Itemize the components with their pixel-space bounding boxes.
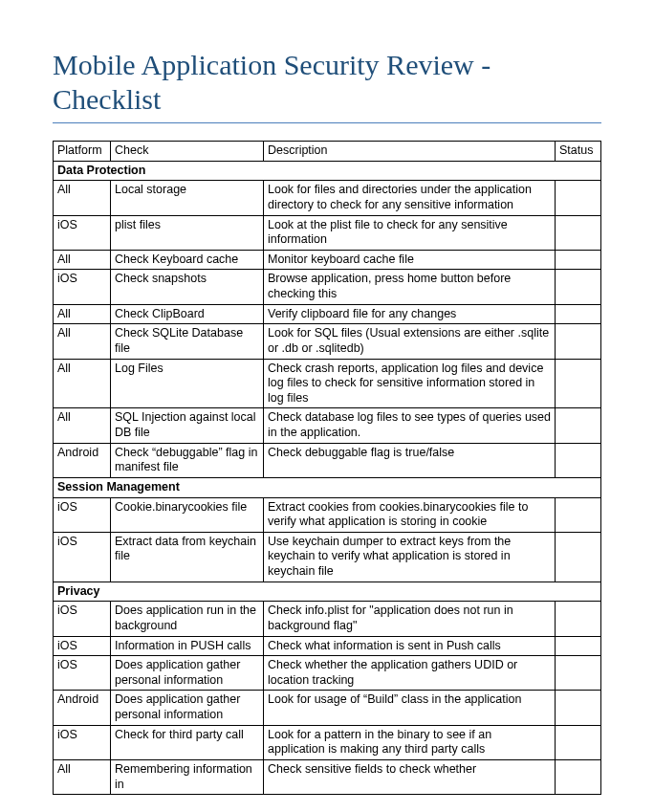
col-check: Check [111, 142, 264, 162]
table-row: AllSQL Injection against local DB fileCh… [54, 408, 601, 443]
cell-status [556, 497, 601, 532]
cell-check: Does application gather personal informa… [111, 656, 264, 691]
cell-description: Check what information is sent in Push c… [264, 636, 556, 656]
col-status: Status [556, 142, 601, 162]
cell-platform: iOS [54, 497, 111, 532]
cell-platform: iOS [54, 656, 111, 691]
cell-platform: Android [54, 443, 111, 477]
cell-platform: All [54, 181, 111, 215]
cell-description: Check database log files to see types of… [264, 408, 556, 443]
cell-status [556, 408, 601, 443]
cell-check: Does application gather personal informa… [111, 691, 264, 725]
page-title: Mobile Application Security Review - Che… [53, 48, 601, 123]
section-name: Data Protection [54, 161, 601, 181]
cell-platform: Android [54, 691, 111, 725]
cell-status [556, 636, 601, 656]
cell-platform: All [54, 408, 111, 443]
table-row: iOSInformation in PUSH callsCheck what i… [54, 636, 601, 656]
section-name: Session Management [54, 477, 601, 497]
cell-description: Look for files and directories under the… [264, 181, 556, 215]
cell-platform: All [54, 759, 111, 794]
cell-status [556, 250, 601, 270]
table-row: AllCheck SQLite Database fileLook for SQ… [54, 324, 601, 359]
section-row: Data Protection [54, 161, 601, 181]
cell-check: Check for third party call [111, 725, 264, 759]
table-row: AllRemembering information inCheck sensi… [54, 759, 601, 794]
cell-status [556, 443, 601, 477]
table-row: iOSCheck snapshotsBrowse application, pr… [54, 270, 601, 304]
cell-status [556, 304, 601, 324]
cell-status [556, 602, 601, 636]
table-row: iOSCookie.binarycookies fileExtract cook… [54, 497, 601, 532]
cell-platform: iOS [54, 602, 111, 636]
table-row: iOSplist filesLook at the plist file to … [54, 215, 601, 250]
table-row: AndroidCheck “debuggable” flag in manife… [54, 443, 601, 477]
cell-check: SQL Injection against local DB file [111, 408, 264, 443]
cell-platform: iOS [54, 636, 111, 656]
cell-status [556, 181, 601, 215]
cell-description: Look for SQL files (Usual extensions are… [264, 324, 556, 359]
section-name: Privacy [54, 582, 601, 602]
cell-description: Check info.plist for "application does n… [264, 602, 556, 636]
cell-platform: iOS [54, 725, 111, 759]
cell-description: Look for usage of “Build” class in the a… [264, 691, 556, 725]
cell-check: Check ClipBoard [111, 304, 264, 324]
table-row: AllLocal storageLook for files and direc… [54, 181, 601, 215]
cell-check: plist files [111, 215, 264, 250]
cell-check: Does application run in the background [111, 602, 264, 636]
checklist-table: Platform Check Description Status Data P… [53, 141, 601, 795]
cell-platform: iOS [54, 215, 111, 250]
cell-platform: All [54, 324, 111, 359]
cell-platform: iOS [54, 532, 111, 582]
section-row: Privacy [54, 582, 601, 602]
cell-description: Check whether the application gathers UD… [264, 656, 556, 691]
cell-status [556, 215, 601, 250]
cell-description: Check sensitive fields to check whether [264, 759, 556, 794]
cell-status [556, 532, 601, 582]
cell-status [556, 656, 601, 691]
cell-description: Look for a pattern in the binary to see … [264, 725, 556, 759]
header-row: Platform Check Description Status [54, 142, 601, 162]
cell-check: Check snapshots [111, 270, 264, 304]
cell-platform: All [54, 304, 111, 324]
cell-status [556, 725, 601, 759]
cell-platform: All [54, 359, 111, 408]
cell-description: Extract cookies from cookies.binarycooki… [264, 497, 556, 532]
cell-status [556, 324, 601, 359]
table-row: iOSDoes application run in the backgroun… [54, 602, 601, 636]
cell-description: Look at the plist file to check for any … [264, 215, 556, 250]
cell-check: Check SQLite Database file [111, 324, 264, 359]
cell-status [556, 359, 601, 408]
cell-description: Check debuggable flag is true/false [264, 443, 556, 477]
cell-check: Log Files [111, 359, 264, 408]
table-row: AllCheck Keyboard cacheMonitor keyboard … [54, 250, 601, 270]
cell-status [556, 270, 601, 304]
col-platform: Platform [54, 142, 111, 162]
table-row: iOSExtract data from keychain fileUse ke… [54, 532, 601, 582]
cell-description: Monitor keyboard cache file [264, 250, 556, 270]
cell-platform: iOS [54, 270, 111, 304]
cell-platform: All [54, 250, 111, 270]
cell-description: Check crash reports, application log fil… [264, 359, 556, 408]
table-row: iOSCheck for third party callLook for a … [54, 725, 601, 759]
cell-description: Use keychain dumper to extract keys from… [264, 532, 556, 582]
col-description: Description [264, 142, 556, 162]
cell-check: Cookie.binarycookies file [111, 497, 264, 532]
cell-check: Check “debuggable” flag in manifest file [111, 443, 264, 477]
cell-check: Extract data from keychain file [111, 532, 264, 582]
cell-check: Remembering information in [111, 759, 264, 794]
cell-status [556, 691, 601, 725]
cell-status [556, 759, 601, 794]
cell-check: Information in PUSH calls [111, 636, 264, 656]
cell-description: Browse application, press home button be… [264, 270, 556, 304]
table-row: AndroidDoes application gather personal … [54, 691, 601, 725]
cell-check: Local storage [111, 181, 264, 215]
cell-check: Check Keyboard cache [111, 250, 264, 270]
cell-description: Verify clipboard file for any changes [264, 304, 556, 324]
table-row: AllCheck ClipBoardVerify clipboard file … [54, 304, 601, 324]
table-row: iOSDoes application gather personal info… [54, 656, 601, 691]
section-row: Session Management [54, 477, 601, 497]
table-row: AllLog FilesCheck crash reports, applica… [54, 359, 601, 408]
